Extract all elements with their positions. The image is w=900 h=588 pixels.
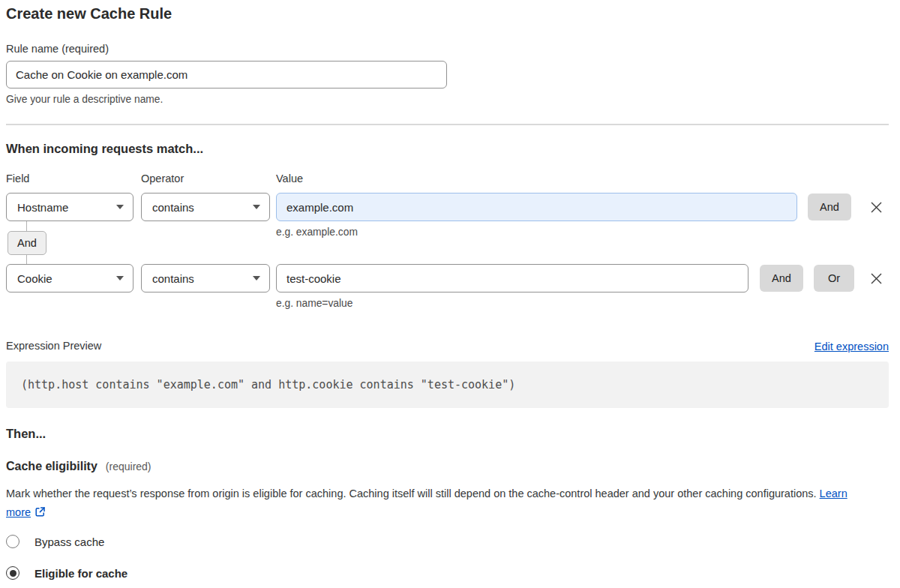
close-icon: [869, 272, 884, 286]
chevron-down-icon: [116, 205, 124, 209]
then-heading: Then...: [6, 426, 889, 441]
connector-line: [26, 255, 27, 264]
and-button-row2[interactable]: And: [760, 265, 803, 292]
value-input-1[interactable]: [276, 193, 797, 221]
value-column-label: Value: [276, 172, 303, 184]
condition-connector-area: And e.g. example.com: [6, 221, 889, 264]
operator-column-label: Operator: [141, 172, 276, 184]
chevron-down-icon: [253, 276, 260, 280]
remove-condition-button-row2[interactable]: [868, 270, 884, 286]
rule-name-label: Rule name (required): [6, 42, 889, 56]
edit-expression-link[interactable]: Edit expression: [814, 340, 889, 352]
radio-label: Eligible for cache: [34, 567, 128, 580]
field-select-1[interactable]: Hostname: [6, 193, 134, 221]
or-button-row2[interactable]: Or: [814, 265, 854, 292]
field-select-2[interactable]: Cookie: [6, 264, 134, 292]
condition-column-labels: Field Operator Value: [6, 172, 889, 184]
required-note: (required): [106, 460, 152, 472]
connector-and-button[interactable]: And: [8, 231, 46, 255]
operator-select-2-value: contains: [152, 272, 194, 285]
radio-icon-selected: [6, 566, 20, 580]
radio-label: Bypass cache: [34, 536, 104, 548]
remove-condition-button-row1[interactable]: [868, 199, 884, 215]
value-helper-1: e.g. example.com: [276, 226, 358, 238]
section-divider: [6, 124, 889, 125]
chevron-down-icon: [116, 276, 124, 280]
create-cache-rule-page: Create new Cache Rule Rule name (require…: [0, 4, 900, 580]
value-input-2[interactable]: [276, 264, 748, 292]
close-icon: [869, 200, 884, 214]
condition-row: Cookie contains And Or: [6, 264, 889, 292]
rule-name-input[interactable]: [6, 61, 447, 88]
operator-select-1[interactable]: contains: [141, 193, 270, 221]
and-button-row1[interactable]: And: [808, 194, 851, 220]
rule-name-helper: Give your rule a descriptive name.: [6, 94, 889, 106]
expression-code: (http.host contains "example.com" and ht…: [6, 362, 889, 408]
page-title: Create new Cache Rule: [6, 4, 889, 22]
radio-option-eligible-for-cache[interactable]: Eligible for cache: [6, 566, 889, 580]
cache-eligibility-description: Mark whether the request’s response from…: [6, 484, 868, 522]
description-text: Mark whether the request’s response from…: [6, 488, 820, 500]
expression-preview-header: Expression Preview Edit expression: [6, 339, 889, 352]
expression-preview-label: Expression Preview: [6, 339, 101, 352]
external-link-icon: [34, 506, 46, 518]
field-select-1-value: Hostname: [17, 201, 68, 214]
chevron-down-icon: [253, 205, 260, 209]
field-column-label: Field: [6, 172, 141, 184]
connector-line: [26, 221, 27, 231]
match-heading: When incoming requests match...: [6, 141, 889, 156]
value-helper-2: e.g. name=value: [276, 298, 889, 310]
condition-row: Hostname contains And: [6, 193, 889, 221]
cache-eligibility-heading-row: Cache eligibility (required): [6, 459, 889, 474]
operator-select-1-value: contains: [152, 201, 194, 214]
radio-option-bypass-cache[interactable]: Bypass cache: [6, 535, 889, 548]
field-select-2-value: Cookie: [17, 272, 52, 285]
operator-select-2[interactable]: contains: [141, 264, 270, 292]
cache-eligibility-heading: Cache eligibility: [6, 460, 98, 472]
radio-icon: [6, 535, 20, 548]
